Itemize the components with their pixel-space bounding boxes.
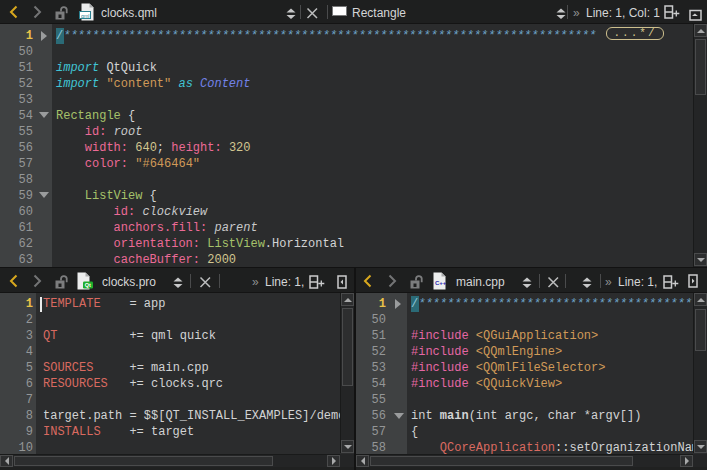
- svg-text:Qt: Qt: [85, 282, 91, 288]
- svg-text:qml: qml: [81, 13, 89, 19]
- svg-text:C++: C++: [435, 280, 447, 286]
